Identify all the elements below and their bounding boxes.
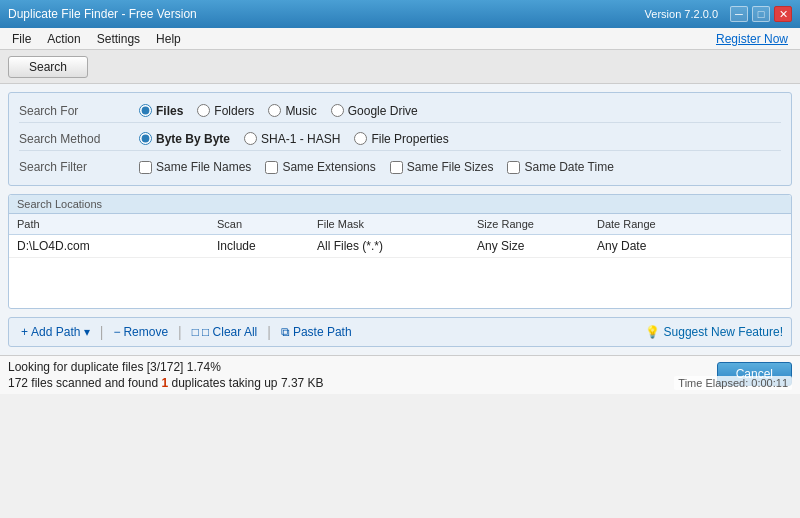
radio-folders-label: Folders (214, 104, 254, 118)
search-method-controls: Byte By Byte SHA-1 - HASH File Propertie… (139, 132, 449, 146)
radio-music[interactable]: Music (268, 104, 316, 118)
radio-folders[interactable]: Folders (197, 104, 254, 118)
radio-googledrive[interactable]: Google Drive (331, 104, 418, 118)
radio-bytebybyte[interactable]: Byte By Byte (139, 132, 230, 146)
add-path-label: Add Path ▾ (31, 325, 90, 339)
suggest-feature-link[interactable]: 💡 Suggest New Feature! (645, 325, 783, 339)
menu-bar: File Action Settings Help Register Now (0, 28, 800, 50)
search-filter-row: Search Filter Same File Names Same Exten… (19, 155, 781, 179)
status-bar: Looking for duplicate files [3/172] 1.74… (0, 355, 800, 394)
main-content: Search For Files Folders Music Google Dr… (0, 84, 800, 355)
status-files-prefix: 172 files scanned and found (8, 376, 161, 390)
paste-path-label: Paste Path (293, 325, 352, 339)
clear-all-icon: □ (192, 325, 199, 339)
radio-bytebybyte-label: Byte By Byte (156, 132, 230, 146)
radio-fileproperties[interactable]: File Properties (354, 132, 448, 146)
radio-sha1[interactable]: SHA-1 - HASH (244, 132, 340, 146)
radio-sha1-input[interactable] (244, 132, 257, 145)
minimize-button[interactable]: ─ (730, 6, 748, 22)
status-progress-text: Looking for duplicate files [3/172] 1.74… (8, 360, 221, 374)
cell-filemask: All Files (*.*) (309, 235, 469, 258)
search-method-label: Search Method (19, 132, 139, 146)
radio-files-input[interactable] (139, 104, 152, 117)
remove-icon: − (113, 325, 120, 339)
checkbox-samefilesizes[interactable]: Same File Sizes (390, 160, 494, 174)
search-locations-title: Search Locations (9, 195, 791, 214)
action-bar: + Add Path ▾ | − Remove | □ □ Clear All … (8, 317, 792, 347)
search-for-label: Search For (19, 104, 139, 118)
col-scan: Scan (209, 214, 309, 235)
cell-scan: Include (209, 235, 309, 258)
menu-action[interactable]: Action (39, 30, 88, 48)
col-path: Path (9, 214, 209, 235)
checkbox-sameextensions-input[interactable] (265, 161, 278, 174)
options-panel: Search For Files Folders Music Google Dr… (8, 92, 792, 186)
radio-bytebybyte-input[interactable] (139, 132, 152, 145)
search-locations-panel: Search Locations Path Scan File Mask Siz… (8, 194, 792, 309)
maximize-button[interactable]: □ (752, 6, 770, 22)
search-method-row: Search Method Byte By Byte SHA-1 - HASH … (19, 127, 781, 151)
search-filter-label: Search Filter (19, 160, 139, 174)
checkbox-samefilesizes-input[interactable] (390, 161, 403, 174)
remove-button[interactable]: − Remove (109, 323, 172, 341)
clear-all-button[interactable]: □ □ Clear All (188, 323, 262, 341)
checkbox-samedatetime[interactable]: Same Date Time (507, 160, 613, 174)
checkbox-samedatetime-input[interactable] (507, 161, 520, 174)
empty-row (9, 258, 791, 308)
paste-path-button[interactable]: ⧉ Paste Path (277, 323, 356, 341)
radio-fileproperties-input[interactable] (354, 132, 367, 145)
col-daterange: Date Range (589, 214, 791, 235)
search-for-row: Search For Files Folders Music Google Dr… (19, 99, 781, 123)
checkbox-sameextensions-label: Same Extensions (282, 160, 375, 174)
status-line-1: Looking for duplicate files [3/172] 1.74… (8, 360, 792, 374)
menu-settings[interactable]: Settings (89, 30, 148, 48)
separator-2: | (178, 324, 182, 340)
checkbox-samefilenames-input[interactable] (139, 161, 152, 174)
checkbox-sameextensions[interactable]: Same Extensions (265, 160, 375, 174)
radio-music-label: Music (285, 104, 316, 118)
col-filemask: File Mask (309, 214, 469, 235)
cell-path: D:\LO4D.com (9, 235, 209, 258)
radio-files[interactable]: Files (139, 104, 183, 118)
search-for-controls: Files Folders Music Google Drive (139, 104, 418, 118)
checkbox-samefilenames-label: Same File Names (156, 160, 251, 174)
time-elapsed: Time Elapsed: 0:00:11 (674, 376, 792, 390)
table-header-row: Path Scan File Mask Size Range Date Rang… (9, 214, 791, 235)
radio-sha1-label: SHA-1 - HASH (261, 132, 340, 146)
radio-googledrive-label: Google Drive (348, 104, 418, 118)
suggest-label: Suggest New Feature! (664, 325, 783, 339)
separator-3: | (267, 324, 271, 340)
toolbar: Search (0, 50, 800, 84)
radio-music-input[interactable] (268, 104, 281, 117)
add-path-icon: + (21, 325, 28, 339)
locations-table-body: D:\LO4D.com Include All Files (*.*) Any … (9, 235, 791, 308)
cell-sizerange: Any Size (469, 235, 589, 258)
add-path-button[interactable]: + Add Path ▾ (17, 323, 94, 341)
menu-file[interactable]: File (4, 30, 39, 48)
search-filter-controls: Same File Names Same Extensions Same Fil… (139, 160, 614, 174)
cell-daterange: Any Date (589, 235, 791, 258)
separator-1: | (100, 324, 104, 340)
status-files-suffix: duplicates taking up 7.37 KB (168, 376, 323, 390)
app-title: Duplicate File Finder - Free Version (8, 7, 197, 21)
menu-help[interactable]: Help (148, 30, 189, 48)
suggest-icon: 💡 (645, 325, 660, 339)
clear-all-label: □ Clear All (202, 325, 257, 339)
register-now-link[interactable]: Register Now (716, 32, 796, 46)
remove-label: Remove (123, 325, 168, 339)
version-label: Version 7.2.0.0 (645, 8, 718, 20)
col-sizerange: Size Range (469, 214, 589, 235)
radio-folders-input[interactable] (197, 104, 210, 117)
locations-table: Path Scan File Mask Size Range Date Rang… (9, 214, 791, 308)
table-row[interactable]: D:\LO4D.com Include All Files (*.*) Any … (9, 235, 791, 258)
radio-googledrive-input[interactable] (331, 104, 344, 117)
radio-fileproperties-label: File Properties (371, 132, 448, 146)
paste-path-icon: ⧉ (281, 325, 290, 339)
checkbox-samefilenames[interactable]: Same File Names (139, 160, 251, 174)
close-button[interactable]: ✕ (774, 6, 792, 22)
search-button[interactable]: Search (8, 56, 88, 78)
title-bar-controls: Version 7.2.0.0 ─ □ ✕ (645, 6, 792, 22)
radio-files-label: Files (156, 104, 183, 118)
checkbox-samedatetime-label: Same Date Time (524, 160, 613, 174)
title-bar: Duplicate File Finder - Free Version Ver… (0, 0, 800, 28)
